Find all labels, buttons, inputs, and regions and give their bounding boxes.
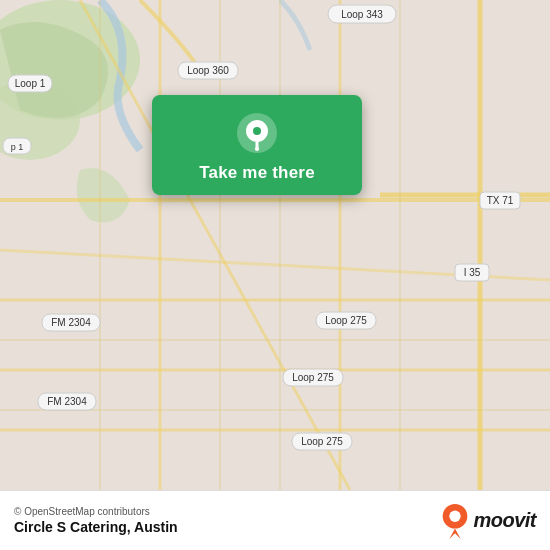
place-info: © OpenStreetMap contributors Circle S Ca… [14, 506, 178, 535]
moovit-pin-icon [441, 503, 469, 539]
svg-text:Loop 275: Loop 275 [292, 372, 334, 383]
place-name: Circle S Catering, Austin [14, 519, 178, 535]
svg-text:Loop 1: Loop 1 [15, 78, 46, 89]
osm-attribution: © OpenStreetMap contributors [14, 506, 178, 517]
svg-text:Loop 343: Loop 343 [341, 9, 383, 20]
svg-text:FM 2304: FM 2304 [47, 396, 87, 407]
svg-point-44 [255, 147, 259, 151]
svg-point-43 [253, 127, 261, 135]
take-me-there-button[interactable]: Take me there [199, 163, 315, 183]
location-card: Take me there [152, 95, 362, 195]
location-pin-icon [235, 111, 279, 155]
bottom-bar: © OpenStreetMap contributors Circle S Ca… [0, 490, 550, 550]
svg-text:FM 2304: FM 2304 [51, 317, 91, 328]
moovit-logo-text: moovit [473, 509, 536, 532]
svg-point-46 [450, 510, 461, 521]
svg-text:I 35: I 35 [464, 267, 481, 278]
moovit-logo: moovit [441, 503, 536, 539]
svg-text:Loop 275: Loop 275 [301, 436, 343, 447]
svg-text:Loop 275: Loop 275 [325, 315, 367, 326]
map-view: Loop 343 Loop 360 Loop 1 p 1 TX 71 I 35 … [0, 0, 550, 490]
svg-text:TX 71: TX 71 [487, 195, 514, 206]
svg-text:Loop 360: Loop 360 [187, 65, 229, 76]
svg-text:p 1: p 1 [11, 142, 24, 152]
